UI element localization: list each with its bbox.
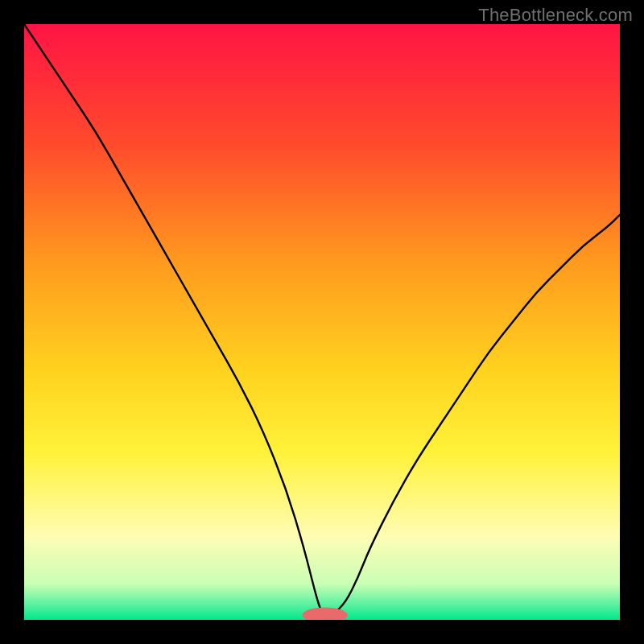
curve-layer [24,24,620,620]
chart-frame: TheBottleneck.com [0,0,644,644]
optimal-marker [303,607,348,620]
bottleneck-curve [24,24,620,618]
plot-area [24,24,620,620]
watermark-text: TheBottleneck.com [478,5,633,26]
